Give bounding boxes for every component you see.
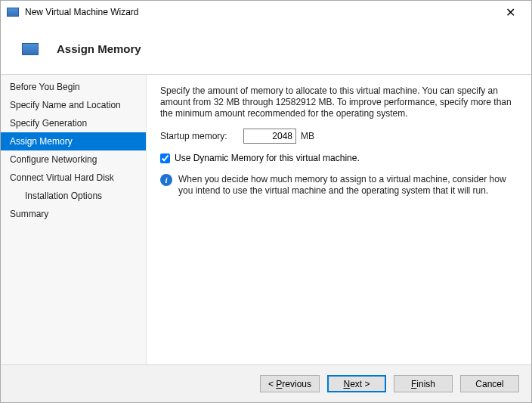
sidebar-item-specify-generation[interactable]: Specify Generation — [1, 114, 146, 132]
info-icon: i — [160, 174, 172, 186]
sidebar-item-configure-networking[interactable]: Configure Networking — [1, 150, 146, 169]
startup-memory-input[interactable] — [243, 129, 296, 144]
sidebar-item-summary[interactable]: Summary — [1, 205, 146, 223]
dynamic-memory-checkbox[interactable] — [160, 153, 170, 163]
sidebar-item-connect-vhd[interactable]: Connect Virtual Hard Disk — [1, 169, 146, 187]
window-title: New Virtual Machine Wizard — [25, 7, 495, 17]
startup-memory-label: Startup memory: — [160, 131, 243, 141]
content-pane: Specify the amount of memory to allocate… — [147, 75, 531, 364]
wizard-body: Before You Begin Specify Name and Locati… — [1, 75, 531, 365]
titlebar: New Virtual Machine Wizard ✕ — [1, 1, 531, 23]
dynamic-memory-row[interactable]: Use Dynamic Memory for this virtual mach… — [160, 153, 518, 163]
wizard-icon — [22, 43, 39, 55]
info-text: When you decide how much memory to assig… — [178, 174, 518, 197]
sidebar: Before You Begin Specify Name and Locati… — [1, 75, 147, 364]
dynamic-memory-label: Use Dynamic Memory for this virtual mach… — [175, 153, 360, 163]
description-text: Specify the amount of memory to allocate… — [160, 85, 518, 119]
page-title: Assign Memory — [57, 42, 141, 55]
startup-memory-row: Startup memory: MB — [160, 129, 518, 144]
sidebar-item-specify-name[interactable]: Specify Name and Location — [1, 96, 146, 114]
close-button[interactable]: ✕ — [495, 5, 525, 20]
info-row: i When you decide how much memory to ass… — [160, 174, 518, 197]
sidebar-item-assign-memory[interactable]: Assign Memory — [1, 132, 146, 150]
previous-button[interactable]: < Previous — [260, 375, 320, 392]
sidebar-item-installation-options[interactable]: Installation Options — [1, 187, 146, 205]
next-button[interactable]: Next > — [327, 375, 386, 392]
finish-button[interactable]: Finish — [394, 375, 453, 392]
footer: < Previous Next > Finish Cancel — [1, 365, 531, 402]
cancel-button[interactable]: Cancel — [460, 375, 519, 392]
header-band: Assign Memory — [1, 23, 531, 75]
startup-memory-unit: MB — [301, 131, 314, 141]
sidebar-item-before-you-begin[interactable]: Before You Begin — [1, 78, 146, 96]
app-icon — [7, 8, 19, 17]
